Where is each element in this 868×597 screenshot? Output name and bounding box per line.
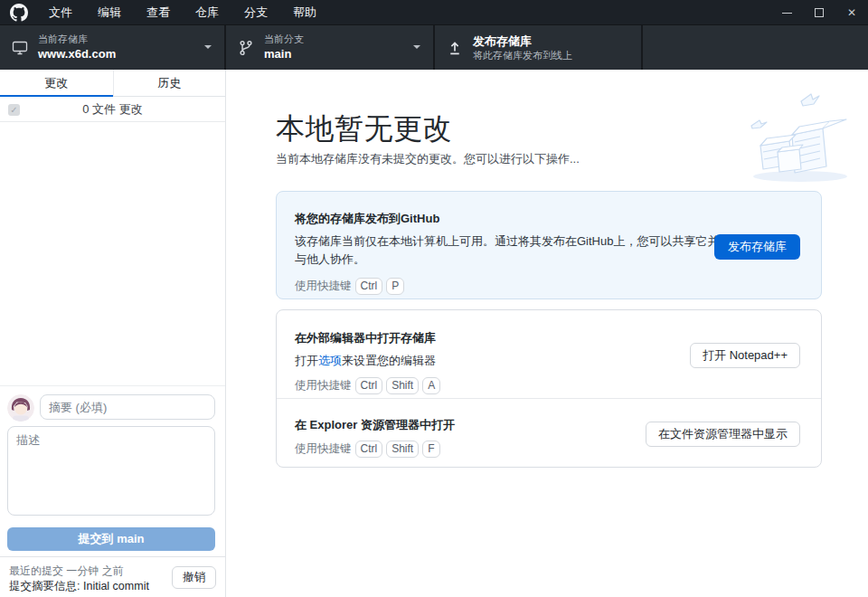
paper-boxes-illustration — [735, 88, 857, 187]
kbd-shift: Shift — [386, 441, 419, 458]
open-editor-button[interactable]: 打开 Notepad++ — [690, 343, 800, 368]
sidebar: 更改 历史 ✓ 0 文件 更改 提交到 main 最近的提交 一分钟 之前 提交… — [0, 70, 226, 597]
sidebar-tabs: 更改 历史 — [0, 70, 225, 97]
menu-view[interactable]: 查看 — [134, 0, 183, 24]
kbd-ctrl: Ctrl — [355, 441, 383, 458]
recent-commit-message-label: 提交摘要信息: — [9, 580, 80, 592]
current-repository-dropdown[interactable]: 当前存储库 www.x6d.com — [0, 25, 224, 70]
repository-name: www.x6d.com — [38, 47, 116, 62]
shortcut-label: 使用快捷键 — [295, 378, 352, 393]
minimize-button[interactable] — [770, 0, 803, 25]
open-in-editor-row: 在外部编辑器中打开存储库 打开选项来设置您的编辑器 使用快捷键 Ctrl Shi… — [277, 310, 821, 399]
commit-description-input[interactable] — [7, 426, 215, 516]
select-all-checkbox[interactable]: ✓ — [8, 104, 20, 116]
repository-label: 当前存储库 — [38, 33, 116, 46]
maximize-button[interactable] — [803, 0, 835, 25]
app-window: 文件 编辑 查看 仓库 分支 帮助 ✕ 当前存储库 www.x6d.com 当 — [0, 0, 868, 597]
publish-card-shortcut: 使用快捷键 Ctrl P — [295, 278, 803, 295]
shortcut-label: 使用快捷键 — [295, 279, 352, 294]
undo-button[interactable]: 撤销 — [172, 566, 216, 589]
chevron-down-icon — [204, 45, 212, 49]
page-title: 本地暂无更改 — [276, 109, 452, 149]
publish-card-title: 将您的存储库发布到GitHub — [295, 211, 803, 227]
files-changed-count: 0 文件 更改 — [82, 101, 142, 118]
recent-commit-message-text: Initial commit — [83, 580, 149, 592]
kbd-p: P — [386, 278, 404, 295]
branch-label: 当前分支 — [264, 33, 304, 46]
publish-subtitle: 将此存储库发布到线上 — [473, 50, 572, 62]
toolbar-divider — [641, 25, 643, 70]
recent-commit-bar: 最近的提交 一分钟 之前 提交摘要信息: Initial commit 撤销 — [0, 556, 225, 597]
branch-text: 当前分支 main — [264, 33, 304, 62]
kbd-ctrl: Ctrl — [355, 278, 383, 295]
publish-card-body: 该存储库当前仅在本地计算机上可用。通过将其发布在GitHub上，您可以共享它并与… — [295, 232, 729, 269]
open-in-explorer-row: 在 Explorer 资源管理器中打开 使用快捷键 Ctrl Shift F 在… — [277, 399, 821, 468]
publish-repository-toolbar-button[interactable]: 发布存储库 将此存储库发布到线上 — [435, 25, 641, 70]
publish-text: 发布存储库 将此存储库发布到线上 — [473, 33, 572, 62]
changed-files-row: ✓ 0 文件 更改 — [0, 97, 225, 122]
commit-summary-input[interactable] — [40, 394, 215, 420]
upload-icon — [447, 40, 463, 56]
kbd-ctrl: Ctrl — [355, 377, 383, 394]
main-content: 本地暂无更改 当前本地存储库没有未提交的更改。您可以进行以下操作... 将您的存… — [226, 70, 868, 597]
current-branch-dropdown[interactable]: 当前分支 main — [226, 25, 433, 70]
menu-bar: 文件 编辑 查看 仓库 分支 帮助 — [36, 0, 329, 24]
editor-body-suffix: 来设置您的编辑器 — [342, 354, 436, 367]
window-controls: ✕ — [770, 0, 868, 25]
close-button[interactable]: ✕ — [835, 0, 868, 25]
recent-commit-time: 最近的提交 一分钟 之前 — [9, 564, 124, 579]
monitor-icon — [12, 40, 28, 56]
actions-card: 在外部编辑器中打开存储库 打开选项来设置您的编辑器 使用快捷键 Ctrl Shi… — [276, 309, 822, 468]
toolbar: 当前存储库 www.x6d.com 当前分支 main 发布存储库 将此存储库发… — [0, 25, 868, 70]
user-avatar — [7, 394, 34, 422]
commit-to-main-button[interactable]: 提交到 main — [7, 527, 215, 551]
menu-help[interactable]: 帮助 — [280, 0, 329, 24]
publish-title: 发布存储库 — [473, 34, 572, 49]
editor-row-shortcut: 使用快捷键 Ctrl Shift A — [295, 377, 803, 394]
kbd-f: F — [422, 441, 439, 458]
publish-repository-button[interactable]: 发布存储库 — [714, 234, 800, 260]
github-logo-icon — [9, 3, 29, 23]
shortcut-label: 使用快捷键 — [295, 441, 352, 457]
repository-text: 当前存储库 www.x6d.com — [38, 33, 116, 62]
tab-changes[interactable]: 更改 — [0, 70, 113, 96]
options-link[interactable]: 选项 — [318, 354, 342, 367]
title-bar: 文件 编辑 查看 仓库 分支 帮助 ✕ — [0, 0, 868, 25]
branch-name: main — [264, 47, 304, 62]
close-icon: ✕ — [847, 7, 856, 18]
page-subtitle: 当前本地存储库没有未提交的更改。您可以进行以下操作... — [276, 151, 580, 167]
maximize-icon — [815, 8, 824, 17]
menu-repository[interactable]: 仓库 — [183, 0, 231, 24]
menu-edit[interactable]: 编辑 — [85, 0, 134, 24]
menu-file[interactable]: 文件 — [36, 0, 85, 24]
menu-branch[interactable]: 分支 — [231, 0, 280, 24]
tab-history[interactable]: 历史 — [113, 70, 226, 96]
kbd-a: A — [422, 377, 440, 394]
recent-commit-message: 提交摘要信息: Initial commit — [9, 579, 149, 594]
chevron-down-icon — [413, 45, 420, 49]
minimize-icon — [782, 13, 792, 14]
publish-card: 将您的存储库发布到GitHub 该存储库当前仅在本地计算机上可用。通过将其发布在… — [276, 191, 822, 299]
kbd-shift: Shift — [386, 377, 419, 394]
commit-form: 提交到 main — [0, 385, 225, 556]
show-in-explorer-button[interactable]: 在文件资源管理器中显示 — [646, 422, 800, 447]
git-branch-icon — [238, 40, 254, 56]
editor-body-prefix: 打开 — [295, 354, 318, 367]
